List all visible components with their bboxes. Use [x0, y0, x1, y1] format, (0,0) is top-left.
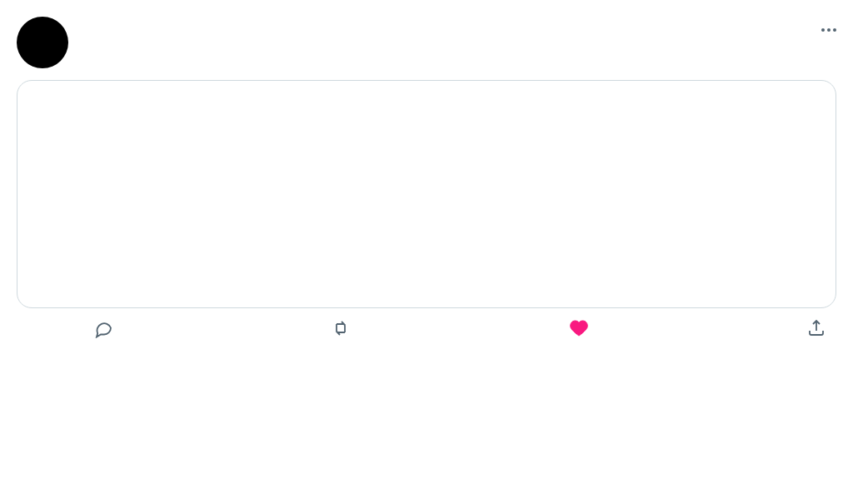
avatar[interactable] [17, 17, 68, 68]
retweet-button[interactable] [331, 318, 361, 338]
like-button[interactable] [569, 318, 599, 338]
share-button[interactable] [806, 318, 826, 338]
tweet-actions [17, 318, 836, 338]
tweet [0, 0, 853, 347]
tweet-header [17, 13, 836, 68]
chart [32, 97, 821, 292]
reply-button[interactable] [93, 318, 123, 338]
more-icon[interactable] [819, 20, 836, 35]
embedded-image-card[interactable] [17, 80, 836, 308]
